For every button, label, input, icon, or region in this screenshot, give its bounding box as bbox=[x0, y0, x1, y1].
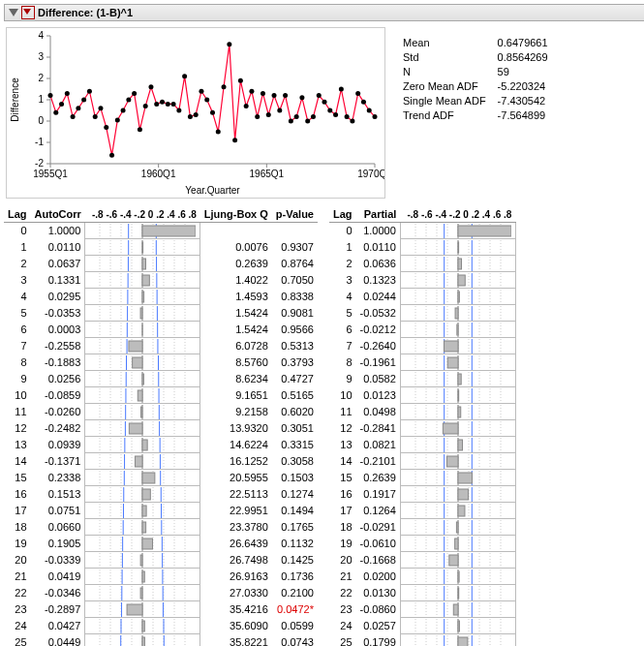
svg-rect-227 bbox=[138, 390, 143, 401]
svg-point-79 bbox=[345, 114, 350, 119]
table-row: 10-0.08599.16510.5165 bbox=[4, 387, 318, 404]
table-row: 11-0.02609.21580.6020 bbox=[4, 404, 318, 420]
svg-point-37 bbox=[109, 153, 114, 158]
table-row: 22-0.034627.03300.2100 bbox=[4, 585, 318, 601]
svg-rect-669 bbox=[456, 522, 458, 533]
table-row: 170.075122.99510.1494 bbox=[4, 503, 318, 519]
table-row: 210.0200 bbox=[329, 569, 515, 585]
table-row: 220.0130 bbox=[329, 585, 515, 601]
svg-rect-578 bbox=[458, 407, 461, 417]
svg-rect-630 bbox=[458, 473, 473, 483]
svg-rect-279 bbox=[136, 456, 143, 467]
svg-point-29 bbox=[65, 91, 70, 96]
table-row: 250.1799 bbox=[329, 634, 515, 647]
col-partial: Partial bbox=[356, 206, 401, 223]
stat-label: Trend ADF bbox=[403, 109, 496, 122]
col-corrplot2: -.8 -.6 -.4 -.2 0 .2 .4 .6 .8 bbox=[400, 206, 515, 223]
svg-rect-240 bbox=[141, 407, 142, 417]
menu-button[interactable] bbox=[21, 6, 35, 19]
svg-rect-708 bbox=[458, 571, 459, 582]
table-row: 14-0.2101 bbox=[329, 453, 515, 470]
svg-point-72 bbox=[305, 119, 310, 124]
svg-rect-201 bbox=[133, 357, 142, 368]
svg-text:4: 4 bbox=[38, 30, 44, 41]
svg-point-61 bbox=[244, 104, 249, 108]
svg-point-65 bbox=[266, 112, 271, 117]
svg-point-49 bbox=[176, 108, 181, 113]
col-autocorr: AutoCorr bbox=[31, 206, 85, 223]
svg-rect-370 bbox=[142, 571, 144, 582]
table-row: 170.1264 bbox=[329, 503, 515, 519]
svg-point-78 bbox=[339, 87, 344, 92]
svg-rect-422 bbox=[142, 637, 144, 647]
stats-panel: Mean0.6479661 Std0.8564269 N59 Zero Mean… bbox=[401, 27, 560, 199]
svg-point-82 bbox=[361, 100, 366, 105]
table-row: 7-0.2640 bbox=[329, 338, 515, 354]
svg-rect-292 bbox=[142, 473, 155, 483]
svg-point-67 bbox=[277, 108, 282, 113]
svg-rect-266 bbox=[142, 440, 147, 450]
svg-rect-396 bbox=[127, 604, 142, 615]
svg-point-47 bbox=[166, 102, 170, 107]
table-row: 60.00031.54240.9566 bbox=[4, 322, 318, 338]
svg-rect-500 bbox=[455, 308, 458, 319]
table-row: 190.190526.64390.1132 bbox=[4, 536, 318, 552]
svg-text:1955Q1: 1955Q1 bbox=[33, 169, 68, 179]
svg-point-30 bbox=[71, 114, 76, 119]
svg-text:-1: -1 bbox=[35, 137, 44, 147]
svg-text:2: 2 bbox=[38, 73, 44, 83]
stat-value: -5.220324 bbox=[498, 80, 558, 93]
table-row: 12-0.2841 bbox=[329, 420, 515, 437]
svg-rect-357 bbox=[140, 555, 142, 566]
table-row: 5-0.0532 bbox=[329, 305, 515, 322]
svg-point-56 bbox=[216, 130, 221, 135]
svg-text:Difference: Difference bbox=[10, 77, 20, 122]
svg-rect-97 bbox=[142, 226, 196, 236]
table-row: 01.0000 bbox=[329, 223, 515, 239]
svg-rect-214 bbox=[142, 374, 143, 385]
svg-point-40 bbox=[126, 98, 131, 103]
svg-point-74 bbox=[317, 93, 322, 98]
svg-rect-643 bbox=[458, 489, 469, 500]
table-row: 20.0636 bbox=[329, 256, 515, 272]
svg-point-73 bbox=[311, 114, 316, 119]
svg-rect-318 bbox=[142, 506, 146, 516]
table-row: 10.01100.00760.9307 bbox=[4, 239, 318, 256]
svg-rect-162 bbox=[140, 308, 142, 319]
table-row: 23-0.0860 bbox=[329, 601, 515, 618]
table-row: 18-0.0291 bbox=[329, 519, 515, 536]
svg-point-38 bbox=[115, 117, 120, 122]
svg-text:-2: -2 bbox=[35, 158, 44, 169]
stat-value: 59 bbox=[498, 66, 558, 78]
svg-point-71 bbox=[299, 95, 304, 100]
svg-point-81 bbox=[355, 91, 360, 96]
svg-point-69 bbox=[289, 119, 293, 124]
table-row: 150.2639 bbox=[329, 470, 515, 486]
svg-rect-695 bbox=[449, 555, 458, 566]
svg-point-28 bbox=[59, 102, 64, 107]
col-corrplot: -.8 -.6 -.4 -.2 0 .2 .4 .6 .8 bbox=[85, 206, 200, 223]
stat-value: 0.8564269 bbox=[498, 51, 558, 64]
svg-rect-461 bbox=[458, 259, 461, 269]
svg-point-64 bbox=[261, 91, 265, 96]
svg-rect-487 bbox=[458, 292, 459, 302]
svg-point-36 bbox=[104, 125, 108, 130]
table-row: 5-0.03531.54240.9081 bbox=[4, 305, 318, 322]
svg-rect-331 bbox=[142, 522, 146, 533]
svg-rect-123 bbox=[142, 259, 146, 269]
svg-point-53 bbox=[199, 89, 203, 94]
svg-point-70 bbox=[294, 114, 299, 119]
svg-rect-149 bbox=[142, 292, 144, 302]
svg-text:1970Q1: 1970Q1 bbox=[357, 169, 385, 179]
svg-point-59 bbox=[232, 138, 237, 142]
svg-rect-591 bbox=[443, 423, 458, 434]
svg-point-31 bbox=[76, 106, 80, 110]
table-row: 150.233820.59550.1503 bbox=[4, 470, 318, 486]
stat-label: Zero Mean ADF bbox=[403, 80, 496, 93]
svg-text:1965Q1: 1965Q1 bbox=[250, 169, 285, 179]
table-row: 160.151322.51130.1274 bbox=[4, 486, 318, 503]
table-row: 20-0.033926.74980.1425 bbox=[4, 552, 318, 569]
col-pvalue: p-Value bbox=[272, 206, 318, 223]
stat-value: 0.6479661 bbox=[498, 37, 558, 49]
disclose-icon[interactable] bbox=[9, 9, 18, 16]
